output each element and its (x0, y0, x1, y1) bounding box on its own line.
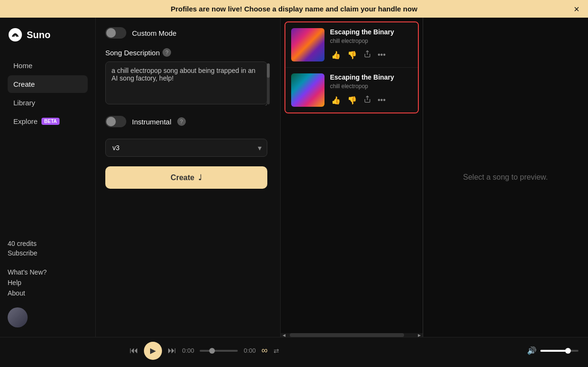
thumbs-up-button-1[interactable]: 👍 (330, 50, 342, 61)
horizontal-scrollbar[interactable]: ◀ ▶ (281, 333, 423, 337)
instrumental-label: Instrumental (132, 118, 172, 126)
songs-panel: Escaping the Binary chill electropop 👍 👎… (280, 18, 423, 337)
repeat-button[interactable]: ⇄ (274, 347, 279, 355)
song-desc-help-icon[interactable]: ? (162, 48, 171, 57)
song-desc-label-text: Song Description (105, 49, 160, 57)
thumbs-down-button-1[interactable]: 👎 (346, 50, 358, 61)
sidebar-item-library[interactable]: Library (8, 94, 88, 112)
credits-display: 40 credits (8, 240, 88, 247)
toggle-knob (106, 28, 116, 38)
create-button[interactable]: Create ♩ (105, 166, 267, 189)
instrumental-row: Instrumental ? (105, 116, 271, 127)
song-actions-1: 👍 👎 ••• (330, 49, 412, 61)
play-button[interactable]: ▶ (144, 342, 162, 360)
scroll-right-button[interactable]: ▶ (416, 333, 423, 337)
song-desc-input[interactable]: a chill electropop song about being trap… (105, 61, 267, 104)
beta-badge: BETA (41, 118, 60, 125)
volume-icon-button[interactable]: 🔊 (527, 346, 537, 355)
avatar[interactable] (8, 307, 28, 327)
sidebar: Suno Home Create Library Explore BETA 40… (0, 18, 95, 337)
create-button-label: Create (171, 173, 194, 182)
textarea-scrollbar[interactable] (267, 63, 270, 104)
announcement-banner: Profiles are now live! Choose a display … (0, 0, 588, 18)
songs-highlight-border: Escaping the Binary chill electropop 👍 👎… (284, 21, 419, 113)
volume-fill (540, 350, 567, 352)
song-card-2[interactable]: Escaping the Binary chill electropop 👍 👎… (285, 68, 418, 112)
scrollbar-thumb-horiz (290, 333, 404, 337)
logo: Suno (8, 27, 88, 42)
skip-back-button[interactable]: ⏮ (130, 346, 138, 356)
more-options-button-1[interactable]: ••• (377, 50, 387, 60)
song-title-2: Escaping the Binary (330, 73, 412, 81)
progress-indicator (209, 348, 215, 354)
instrumental-knob (106, 117, 116, 126)
song-info-1: Escaping the Binary chill electropop 👍 👎… (324, 28, 412, 61)
custom-mode-label: Custom Mode (132, 29, 176, 37)
song-info-2: Escaping the Binary chill electropop 👍 👎… (324, 73, 412, 106)
thumbs-down-button-2[interactable]: 👎 (346, 95, 358, 106)
song-actions-2: 👍 👎 ••• (330, 94, 412, 106)
more-options-button-2[interactable]: ••• (377, 95, 387, 105)
scrollbar-thumb (267, 63, 270, 78)
help-link[interactable]: Help (8, 279, 88, 286)
subscribe-link[interactable]: Subscribe (8, 249, 88, 257)
scroll-left-button[interactable]: ◀ (281, 333, 287, 337)
progress-bar[interactable] (200, 350, 238, 352)
textarea-resize-handle[interactable]: ⌟ (265, 101, 270, 105)
share-button-2[interactable] (363, 94, 372, 106)
preview-placeholder-text: Select a song to preview. (463, 173, 548, 182)
song-card-1[interactable]: Escaping the Binary chill electropop 👍 👎… (285, 22, 418, 68)
song-thumbnail-1 (291, 28, 324, 61)
song-genre-1: chill electropop (330, 38, 412, 44)
music-note-icon: ♩ (198, 173, 202, 182)
whats-new-link[interactable]: What's New? (8, 268, 88, 276)
player-bar: ⏮ ▶ ⏭ 0:00 0:00 ∞ ⇄ 🔊 (0, 337, 588, 364)
instrumental-toggle[interactable] (105, 116, 126, 127)
total-time: 0:00 (243, 347, 255, 354)
sidebar-item-create[interactable]: Create (8, 75, 88, 93)
volume-area: 🔊 (527, 346, 578, 355)
sidebar-item-home[interactable]: Home (8, 57, 88, 74)
custom-mode-row: Custom Mode (105, 27, 271, 39)
banner-close-button[interactable]: × (574, 3, 579, 14)
loop-infinity-button[interactable]: ∞ (262, 346, 268, 356)
create-panel: Custom Mode Song Description ? a chill e… (95, 18, 280, 337)
suno-logo-icon (8, 27, 23, 42)
share-button-1[interactable] (363, 49, 372, 61)
logo-text: Suno (27, 30, 51, 41)
instrumental-help-icon[interactable]: ? (177, 117, 186, 126)
thumbs-up-button-2[interactable]: 👍 (330, 95, 342, 106)
version-select-wrapper: v3 v2 v1 ▾ (105, 139, 267, 157)
sidebar-spacer (8, 131, 88, 240)
avatar-image (8, 307, 28, 327)
current-time: 0:00 (182, 347, 194, 354)
volume-knob (565, 348, 571, 354)
song-genre-2: chill electropop (330, 83, 412, 90)
explore-label: Explore (13, 117, 38, 125)
preview-panel: Select a song to preview. (423, 18, 588, 337)
song-title-1: Escaping the Binary (330, 28, 412, 36)
custom-mode-toggle[interactable] (105, 27, 126, 39)
banner-text: Profiles are now live! Choose a display … (171, 5, 417, 13)
player-controls: ⏮ ▶ ⏭ 0:00 0:00 ∞ ⇄ (130, 342, 279, 360)
volume-bar[interactable] (540, 350, 578, 352)
song-desc-field-label: Song Description ? (105, 48, 271, 57)
song-desc-wrapper: a chill electropop song about being trap… (105, 61, 271, 106)
about-link[interactable]: About (8, 289, 88, 297)
sidebar-item-explore[interactable]: Explore BETA (8, 112, 88, 130)
song-thumbnail-2 (291, 73, 324, 107)
skip-forward-button[interactable]: ⏭ (168, 346, 176, 356)
version-select[interactable]: v3 v2 v1 (105, 139, 267, 157)
main-layout: Suno Home Create Library Explore BETA 40… (0, 18, 588, 337)
